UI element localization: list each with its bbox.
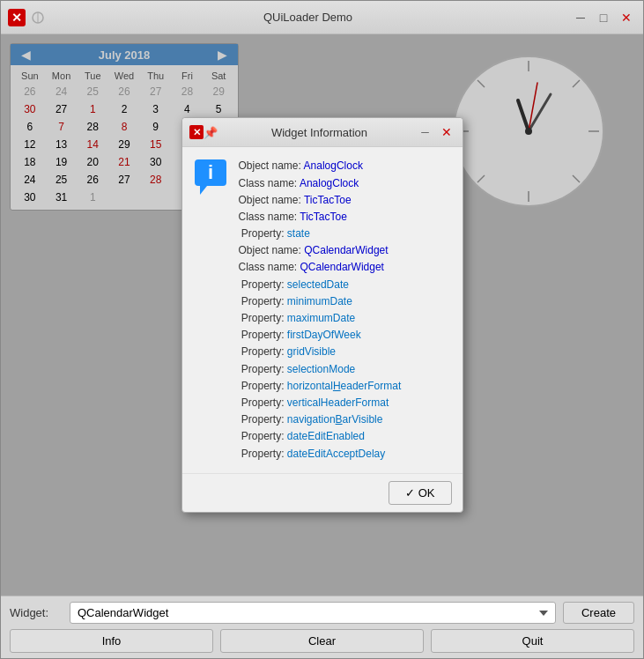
info-button[interactable]: Info bbox=[10, 629, 213, 653]
widget-row: Widget: QCalendarWidget AnalogClock TicT… bbox=[10, 602, 634, 624]
title-bar: ✕ QUiLoader Demo ─ □ ✕ bbox=[1, 1, 643, 34]
dialog-title: Widget Information bbox=[223, 126, 417, 139]
pin-icon bbox=[31, 11, 45, 25]
info-line: Property: selectedDate bbox=[239, 277, 452, 293]
info-line: Property: verticalHeaderFormat bbox=[239, 395, 452, 411]
dialog-content: Object name: AnalogClock Class name: Ana… bbox=[239, 158, 452, 462]
info-line: Property: navigationBarVisible bbox=[239, 411, 452, 428]
widget-info-dialog: ✕ 📌 Widget Information ─ ✕ i bbox=[181, 117, 463, 512]
info-icon: i bbox=[193, 158, 228, 198]
dialog-controls: ─ ✕ bbox=[417, 123, 455, 141]
info-line: Property: selectionMode bbox=[239, 361, 452, 378]
info-line: Object name: AnalogClock bbox=[239, 158, 452, 174]
widget-label: Widget: bbox=[10, 606, 63, 619]
info-line: Property: dateEditEnabled bbox=[239, 428, 452, 445]
svg-marker-21 bbox=[200, 186, 207, 195]
dialog-title-bar: ✕ 📌 Widget Information ─ ✕ bbox=[182, 118, 463, 147]
info-line: Property: gridVisible bbox=[239, 344, 452, 360]
quit-button[interactable]: Quit bbox=[431, 629, 634, 653]
clear-button[interactable]: Clear bbox=[220, 629, 424, 653]
window-controls: ─ □ ✕ bbox=[571, 8, 636, 27]
info-line: Object name: TicTacToe bbox=[239, 192, 452, 209]
ok-button[interactable]: ✓ OK bbox=[389, 481, 451, 505]
bottom-bar: Widget: QCalendarWidget AnalogClock TicT… bbox=[1, 596, 643, 658]
create-button[interactable]: Create bbox=[563, 602, 634, 624]
svg-text:i: i bbox=[207, 161, 212, 183]
action-row: Info Clear Quit bbox=[10, 629, 634, 653]
info-line: Property: firstDayOfWeek bbox=[239, 327, 452, 344]
maximize-button[interactable]: □ bbox=[594, 8, 613, 27]
info-line: Property: maximumDate bbox=[239, 310, 452, 327]
dialog-minimize-button[interactable]: ─ bbox=[417, 123, 434, 141]
app-icon: ✕ bbox=[8, 9, 26, 26]
info-line: Property: state bbox=[239, 226, 452, 242]
window-title: QUiLoader Demo bbox=[45, 11, 571, 24]
dialog-app-icon: ✕ bbox=[189, 125, 204, 139]
info-line: Property: minimumDate bbox=[239, 293, 452, 310]
info-line: Class name: TicTacToe bbox=[239, 209, 452, 226]
svg-text:✕: ✕ bbox=[11, 11, 22, 25]
minimize-button[interactable]: ─ bbox=[571, 8, 590, 27]
info-line: Object name: QCalendarWidget bbox=[239, 242, 452, 259]
info-line: Property: dateEditAcceptDelay bbox=[239, 446, 452, 463]
close-button[interactable]: ✕ bbox=[617, 8, 636, 27]
dialog-pin-icon: 📌 bbox=[204, 126, 218, 139]
info-line: Class name: QCalendarWidget bbox=[239, 259, 452, 276]
dialog-close-button[interactable]: ✕ bbox=[438, 123, 455, 141]
widget-select[interactable]: QCalendarWidget AnalogClock TicTacToe bbox=[70, 602, 556, 624]
modal-overlay: ✕ 📌 Widget Information ─ ✕ i bbox=[1, 34, 643, 596]
info-line: Property: horizontalHeaderFormat bbox=[239, 378, 452, 395]
content-area: ◀ July 2018 ▶ Sun Mon Tue Wed Thu Fri Sa… bbox=[1, 34, 643, 596]
dialog-body: i Object name: AnalogClock Class name: A… bbox=[182, 147, 463, 472]
dialog-footer: ✓ OK bbox=[182, 473, 463, 512]
main-window: ✕ QUiLoader Demo ─ □ ✕ ◀ July 2018 ▶ bbox=[0, 0, 644, 659]
info-line: Class name: AnalogClock bbox=[239, 175, 452, 192]
svg-text:✕: ✕ bbox=[192, 127, 200, 137]
